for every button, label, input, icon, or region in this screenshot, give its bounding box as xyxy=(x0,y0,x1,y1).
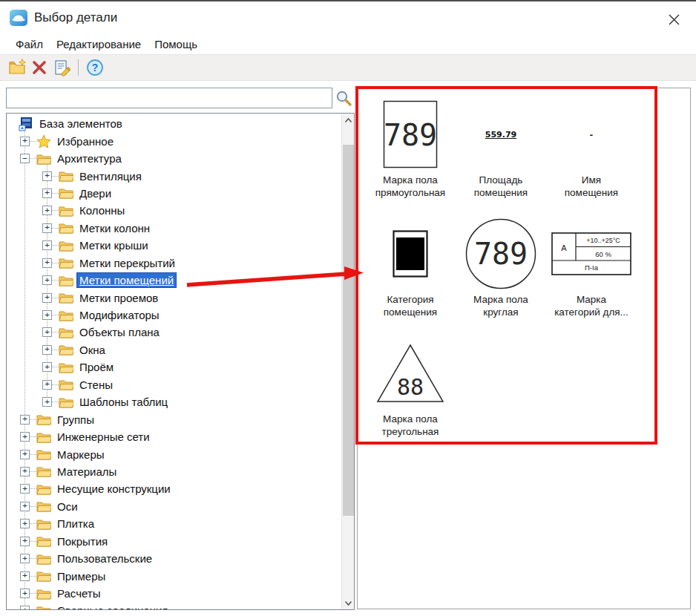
expand-icon[interactable]: + xyxy=(42,362,52,372)
expand-icon[interactable]: + xyxy=(42,240,52,250)
tree-item-8[interactable]: +Метки перекрытий xyxy=(7,255,341,272)
tree-item-9[interactable]: +Метки помещений xyxy=(7,272,341,289)
tree-item-14[interactable]: +Проём xyxy=(7,358,341,376)
expand-icon[interactable]: + xyxy=(42,293,52,303)
expand-icon[interactable]: + xyxy=(42,345,52,355)
tree-item-label: Метки крыши xyxy=(77,238,151,252)
tree-item-7[interactable]: +Метки крыши xyxy=(7,237,341,254)
detail-item-1[interactable]: 559.79Площадьпомещения xyxy=(456,97,546,217)
search-icon[interactable] xyxy=(335,89,352,107)
detail-item-0[interactable]: 789Марка полапрямоугольная xyxy=(365,97,456,217)
expand-icon[interactable]: + xyxy=(20,589,30,598)
tree-item-20[interactable]: +Материалы xyxy=(7,463,341,480)
tree-item-label: Материалы xyxy=(55,465,119,479)
tree-item-label: Расчеты xyxy=(55,586,103,600)
tree-item-24[interactable]: +Покрытия xyxy=(7,533,341,550)
tree-item-13[interactable]: +Окна xyxy=(7,341,341,358)
expand-icon[interactable]: + xyxy=(42,223,52,233)
expand-icon[interactable]: + xyxy=(20,502,30,511)
tree-item-18[interactable]: +Инженерные сети xyxy=(7,428,341,445)
expand-icon[interactable]: + xyxy=(20,606,30,610)
expand-icon[interactable]: + xyxy=(42,189,52,198)
tree-connector xyxy=(30,576,36,577)
expand-icon[interactable]: + xyxy=(42,397,52,407)
tree-item-6[interactable]: +Метки колонн xyxy=(7,220,341,237)
expand-icon[interactable]: + xyxy=(20,537,30,546)
expand-icon[interactable]: + xyxy=(42,275,52,285)
tree-item-label: Оси xyxy=(55,499,80,514)
edit-button[interactable] xyxy=(50,56,73,79)
tree-item-12[interactable]: +Объекты плана xyxy=(7,324,341,341)
tree-item-21[interactable]: +Несущие конструкции xyxy=(7,480,341,497)
expand-icon[interactable]: + xyxy=(42,206,52,215)
tree: База элементов+Избранное−Архитектура+Вен… xyxy=(7,115,341,610)
tree-item-2[interactable]: −Архитектура xyxy=(7,150,341,167)
expand-icon[interactable]: + xyxy=(20,432,30,442)
expand-icon[interactable]: + xyxy=(20,484,30,494)
expand-icon[interactable]: + xyxy=(20,554,30,563)
tree-item-27[interactable]: +Расчеты xyxy=(7,585,341,602)
tree-item-10[interactable]: +Метки проемов xyxy=(7,289,341,306)
tree-item-17[interactable]: +Группы xyxy=(7,410,341,427)
dialog-window: Выбор детали Файл Редактирование Помощь xyxy=(0,0,696,616)
folder-icon xyxy=(59,395,73,410)
tree-item-15[interactable]: +Стены xyxy=(7,376,341,393)
expand-icon[interactable]: + xyxy=(42,258,52,268)
title-bar: Выбор детали xyxy=(0,1,696,34)
detail-item-4[interactable]: 789Марка полакруглая xyxy=(456,217,546,336)
delete-button[interactable] xyxy=(28,56,50,79)
tree-item-3[interactable]: +Вентиляция xyxy=(7,167,341,184)
detail-item-5[interactable]: А+10..+25°C60 %П-IаМаркакатегорий для... xyxy=(546,217,637,336)
menu-file[interactable]: Файл xyxy=(9,36,50,52)
tree-item-4[interactable]: +Двери xyxy=(7,185,341,202)
folder-icon xyxy=(59,220,73,235)
folder-icon xyxy=(36,153,51,165)
expand-icon[interactable]: + xyxy=(20,467,30,476)
folder-icon xyxy=(59,170,73,182)
search-input[interactable] xyxy=(6,88,332,108)
tree-item-23[interactable]: +Плитка xyxy=(7,515,341,532)
expand-icon[interactable]: + xyxy=(20,415,30,425)
new-folder-button[interactable] xyxy=(6,56,28,79)
folder-icon xyxy=(59,360,73,375)
tree-item-22[interactable]: +Оси xyxy=(7,498,341,515)
tree-item-26[interactable]: +Примеры xyxy=(7,567,341,584)
folder-icon xyxy=(59,379,73,390)
tree-item-11[interactable]: +Модификаторы xyxy=(7,307,341,324)
help-button[interactable]: ? xyxy=(84,56,106,79)
folder-icon xyxy=(59,325,73,340)
folder-icon xyxy=(59,309,73,321)
close-button[interactable] xyxy=(663,9,684,30)
menu-help[interactable]: Помощь xyxy=(148,36,204,52)
tree-item-19[interactable]: +Маркеры xyxy=(7,445,341,462)
expand-icon[interactable]: + xyxy=(42,380,52,390)
expand-icon[interactable]: + xyxy=(20,450,30,459)
folder-icon xyxy=(36,413,51,425)
scroll-down-button[interactable] xyxy=(342,597,355,609)
folder-icon xyxy=(36,447,51,462)
detail-icon: 559.79 xyxy=(485,97,516,171)
detail-item-2[interactable]: -Имяпомещения xyxy=(546,97,637,217)
tree-item-label: Маркеры xyxy=(55,448,107,462)
expand-icon[interactable]: + xyxy=(20,571,30,581)
tree-item-0[interactable]: База элементов xyxy=(7,115,341,132)
tree-item-16[interactable]: +Шаблоны таблиц xyxy=(7,393,341,410)
expand-icon[interactable]: + xyxy=(42,171,52,181)
scroll-up-button[interactable] xyxy=(342,114,355,126)
tree-item-25[interactable]: +Пользовательские xyxy=(7,550,341,567)
tree-item-28[interactable]: +Сварные соединения xyxy=(7,602,341,610)
detail-item-3[interactable]: Категорияпомещения xyxy=(365,217,456,336)
tree-item-5[interactable]: +Колонны xyxy=(7,202,341,219)
tree-connector xyxy=(30,436,36,437)
tree-item-1[interactable]: +Избранное xyxy=(7,132,341,149)
tree-connector xyxy=(30,158,36,159)
detail-item-6[interactable]: 88Марка полатреугольная xyxy=(365,336,456,456)
expand-icon[interactable]: + xyxy=(42,327,52,337)
scrollbar-thumb[interactable] xyxy=(343,145,354,516)
expand-icon[interactable]: + xyxy=(42,310,52,320)
tree-scrollbar[interactable] xyxy=(341,114,354,609)
expand-icon[interactable]: + xyxy=(20,137,30,146)
collapse-icon[interactable]: − xyxy=(20,154,30,163)
menu-edit[interactable]: Редактирование xyxy=(50,36,148,52)
expand-icon[interactable]: + xyxy=(20,519,30,528)
